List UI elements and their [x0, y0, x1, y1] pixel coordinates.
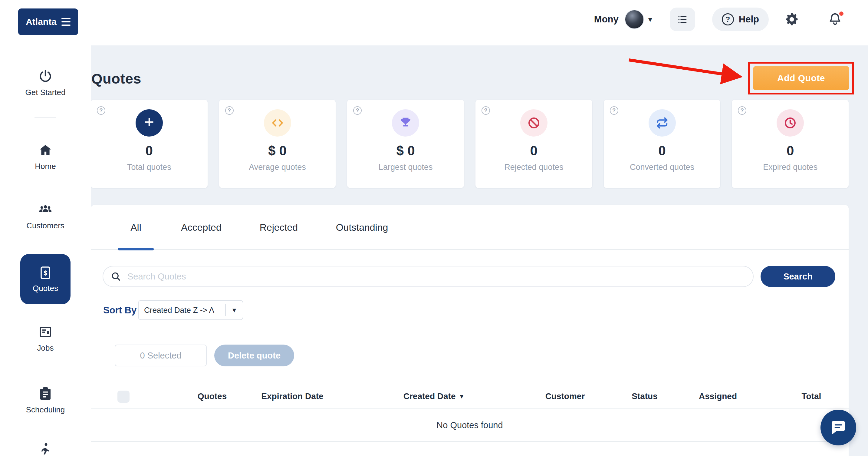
stat-card-average-quotes: ? $ 0 Average quotes [219, 100, 336, 188]
column-header-status: Status [617, 392, 672, 401]
tabs: All Accepted Rejected Outstanding [91, 205, 849, 250]
help-tooltip-icon[interactable]: ? [610, 106, 618, 115]
column-header-assigned: Assigned [685, 392, 751, 401]
sort-by-label: Sort By [103, 305, 136, 316]
sort-caret-icon: ▼ [459, 393, 465, 400]
help-tooltip-icon[interactable]: ? [97, 106, 105, 115]
swap-arrows-icon [649, 109, 676, 136]
help-tooltip-icon[interactable]: ? [353, 106, 362, 115]
stat-label: Largest quotes [347, 162, 464, 172]
power-icon [38, 69, 53, 84]
user-name: Mony [594, 14, 619, 25]
sidebar-item-home[interactable]: Home [0, 143, 91, 171]
hamburger-icon [61, 18, 70, 26]
stat-value: 0 [604, 143, 721, 158]
search-button[interactable]: Search [761, 266, 835, 287]
tab-accepted[interactable]: Accepted [179, 205, 224, 250]
app-root: Atlanta Mony ▾ ? Help [0, 0, 868, 456]
settings-button[interactable] [784, 11, 800, 27]
stat-label: Expired quotes [732, 162, 849, 172]
help-label: Help [739, 14, 759, 25]
notifications-button[interactable] [828, 12, 843, 27]
sidebar-item-jobs[interactable]: Jobs [0, 325, 91, 353]
table-header: Quotes Expiration Date Created Date ▼ Cu… [91, 384, 849, 409]
search-box [102, 266, 753, 287]
person-icon [38, 442, 53, 456]
jobs-icon [38, 325, 53, 339]
topbar-actions: Mony ▾ ? Help [594, 0, 843, 39]
sidebar-item-label: Scheduling [26, 405, 65, 415]
tab-rejected[interactable]: Rejected [257, 205, 301, 250]
plus-icon: + [135, 109, 163, 136]
user-menu[interactable]: Mony ▾ [594, 10, 652, 29]
notification-badge [838, 10, 844, 17]
stat-card-expired-quotes: ? 0 Expired quotes [732, 100, 849, 188]
stat-card-total-quotes: ? + 0 Total quotes [91, 100, 208, 188]
empty-state-text: No Quotes found [436, 420, 503, 430]
column-header-quotes: Quotes [194, 392, 230, 401]
tab-label: Outstanding [336, 222, 388, 233]
trophy-icon [392, 109, 419, 136]
tab-label: Accepted [181, 222, 221, 233]
add-quote-button[interactable]: Add Quote [753, 66, 849, 90]
search-input[interactable] [102, 266, 753, 287]
quotes-panel: All Accepted Rejected Outstanding Search… [91, 205, 849, 456]
empty-state: No Quotes found [91, 409, 849, 442]
blocked-icon [520, 109, 548, 136]
page-title: Quotes [91, 70, 141, 87]
question-circle-icon: ? [722, 13, 734, 25]
stat-card-largest-quotes: ? $ 0 Largest quotes [347, 100, 464, 188]
sidebar-item-label: Quotes [33, 284, 58, 293]
tab-label: Rejected [260, 222, 298, 233]
sidebar-item-label: Jobs [37, 343, 54, 353]
chevron-down-icon: ▾ [226, 306, 243, 314]
stat-value: 0 [732, 143, 849, 158]
help-tooltip-icon[interactable]: ? [225, 106, 234, 115]
avatar [625, 10, 644, 29]
search-icon [111, 271, 121, 282]
sidebar-item-label: Customers [26, 221, 64, 231]
scheduling-icon [38, 386, 53, 401]
stat-value: 0 [475, 143, 592, 158]
stat-label: Rejected quotes [475, 162, 592, 172]
delete-quote-button[interactable]: Delete quote [214, 344, 294, 366]
quotes-icon: $ [38, 266, 53, 280]
stat-label: Total quotes [91, 162, 208, 172]
selected-count: 0 Selected [115, 344, 207, 366]
sort-dropdown[interactable]: Created Date Z -> A ▾ [138, 300, 243, 320]
select-all-checkbox[interactable] [117, 391, 129, 403]
sidebar-item-partial[interactable] [0, 442, 91, 456]
tab-label: All [130, 222, 141, 233]
sidebar-item-quotes[interactable]: $ Quotes [20, 254, 70, 304]
activity-list-button[interactable] [670, 7, 695, 31]
code-icon [264, 109, 291, 136]
tab-outstanding[interactable]: Outstanding [331, 205, 394, 250]
chat-icon [829, 418, 848, 437]
divider [34, 117, 56, 118]
stats-row: ? + 0 Total quotes ? $ 0 Average quotes … [91, 100, 849, 188]
topbar: Atlanta Mony ▾ ? Help [0, 0, 868, 45]
help-button[interactable]: ? Help [712, 7, 769, 31]
tab-all[interactable]: All [118, 205, 154, 250]
gear-icon [784, 11, 800, 27]
svg-text:$: $ [43, 269, 47, 277]
brand-menu-button[interactable]: Atlanta [18, 8, 78, 35]
sort-value: Created Date Z -> A [138, 305, 225, 315]
main-content: Quotes Add Quote ? + 0 Total quotes ? $ … [91, 45, 868, 456]
help-tooltip-icon[interactable]: ? [738, 106, 746, 115]
sidebar-item-scheduling[interactable]: Scheduling [0, 386, 91, 415]
sidebar-item-get-started[interactable]: Get Started [0, 69, 91, 97]
sidebar-item-label: Home [35, 162, 56, 171]
sidebar-item-customers[interactable]: Customers [0, 202, 91, 231]
help-tooltip-icon[interactable]: ? [482, 106, 490, 115]
list-icon [676, 13, 688, 25]
column-header-customer: Customer [532, 392, 598, 401]
column-header-created-date[interactable]: Created Date ▼ [392, 392, 476, 401]
stat-value: 0 [91, 143, 208, 158]
sidebar-item-label: Get Started [25, 88, 66, 97]
chat-button[interactable] [820, 410, 856, 446]
column-header-total: Total [781, 392, 842, 401]
customers-icon [38, 202, 53, 217]
stat-value: $ 0 [219, 143, 336, 158]
brand-label: Atlanta [26, 17, 57, 27]
